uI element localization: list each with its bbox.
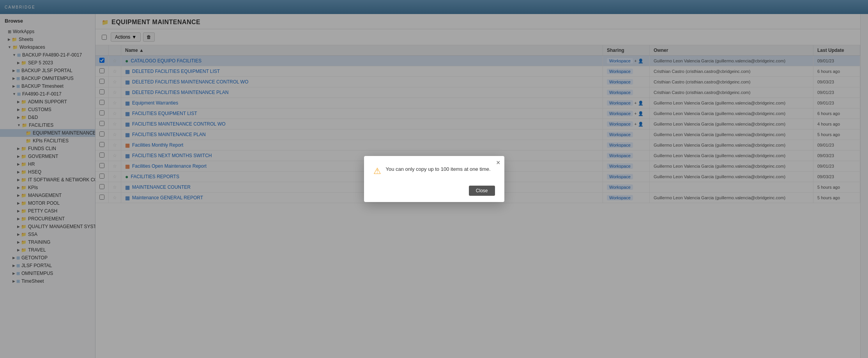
- modal-message: You can only copy up to 100 items at one…: [386, 165, 491, 173]
- modal-overlay: × ⚠ You can only copy up to 100 items at…: [0, 0, 868, 358]
- modal-body: ⚠ You can only copy up to 100 items at o…: [373, 165, 495, 176]
- modal-close-action-button[interactable]: Close: [469, 186, 495, 196]
- warning-icon: ⚠: [373, 166, 381, 176]
- modal-footer: Close: [373, 186, 495, 196]
- modal-close-button[interactable]: ×: [496, 159, 500, 166]
- modal-close-label: Close: [476, 188, 488, 193]
- modal-dialog: × ⚠ You can only copy up to 100 items at…: [364, 156, 504, 202]
